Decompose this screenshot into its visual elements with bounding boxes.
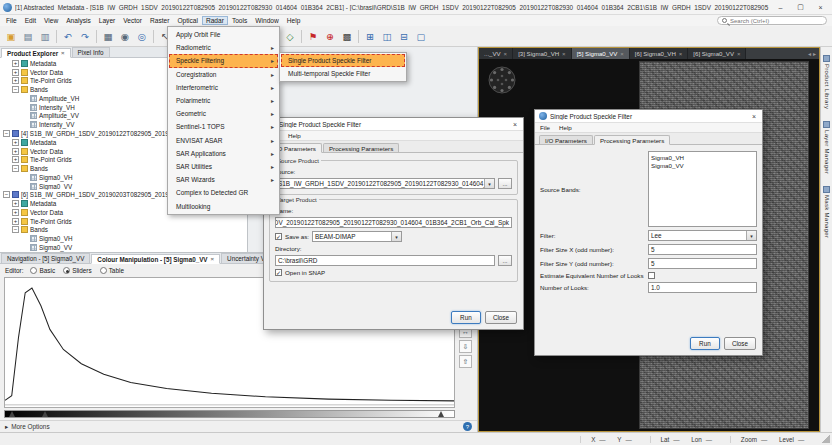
expander-icon[interactable]: + (12, 209, 19, 216)
close-icon[interactable]: × (511, 121, 519, 128)
tab-navigation-5-sigma0-vv[interactable]: Navigation - [5] Sigma0_VV (1, 253, 90, 263)
palette-slider-handle[interactable] (438, 411, 444, 417)
world-map-icon[interactable]: ◎ (134, 28, 150, 44)
menu-tools[interactable]: Tools (228, 16, 251, 25)
more-options-toggle[interactable]: More Options (11, 423, 49, 430)
resize-grip[interactable] (822, 435, 830, 443)
submenu-item-single-product-speckle-filter[interactable]: Single Product Speckle Filter (281, 54, 405, 67)
radar-menu-item-sar-wizards[interactable]: SAR Wizards▸ (169, 173, 278, 186)
tab-pixel-info[interactable]: Pixel Info (72, 47, 110, 57)
search-input[interactable] (730, 18, 822, 24)
radar-menu-item-sentinel-1-tops[interactable]: Sentinel-1 TOPS▸ (169, 120, 278, 133)
palette-slider-handle[interactable] (42, 411, 48, 417)
browse-source-button[interactable]: ... (498, 178, 512, 189)
range-finder-icon[interactable]: ▩ (339, 28, 355, 44)
expander-icon[interactable]: + (12, 200, 19, 207)
menu-view[interactable]: View (40, 16, 62, 25)
undo-icon[interactable]: ↶ (60, 28, 76, 44)
undock-window-icon[interactable]: ▢ (413, 28, 429, 44)
pixel-info-icon[interactable]: ◉ (117, 28, 133, 44)
editor-option-sliders[interactable]: Sliders (63, 267, 92, 274)
band-list-item-sigma0-vh[interactable]: Sigma0_VH (651, 153, 754, 161)
menu-vector[interactable]: Vector (119, 16, 146, 25)
gcp-tool-icon[interactable]: ⊕ (322, 28, 338, 44)
filter-combo[interactable]: Lee ▾ (648, 230, 757, 241)
radar-menu-item-multilooking[interactable]: Multilooking (169, 199, 278, 212)
close-tab-icon[interactable]: × (562, 51, 566, 57)
expander-icon[interactable]: − (12, 86, 19, 93)
dialog-title-bar[interactable]: Single Product Speckle Filter × (264, 118, 523, 131)
expander-icon[interactable]: + (12, 156, 19, 163)
tab-colour-manipulation-5-sigma0-vv[interactable]: Colour Manipulation - [5] Sigma0_VV× (91, 254, 220, 264)
tab-6-sigma0-vv[interactable]: [6] Sigma0_VV× (688, 48, 746, 59)
expander-icon[interactable]: + (12, 60, 19, 67)
export-product-icon[interactable]: ▥ (37, 28, 53, 44)
filter-size-x-field[interactable]: 5 (648, 244, 757, 255)
tile-horizontally-icon[interactable]: ◫ (379, 28, 395, 44)
menu-file[interactable]: File (540, 124, 550, 131)
tree-item-bands[interactable]: −Bands (0, 226, 247, 235)
tab-i-o-parameters[interactable]: I/O Parameters (539, 135, 593, 144)
tab-processing-parameters[interactable]: Processing Parameters (594, 135, 670, 145)
close-tab-icon[interactable]: × (211, 256, 215, 262)
import-palette-icon[interactable]: ⇩ (459, 340, 472, 353)
directory-field[interactable]: C:\brasil\GRD (275, 255, 495, 266)
save-product-icon[interactable]: ▤ (20, 28, 36, 44)
tree-item-tie-point-grids[interactable]: +Tie-Point Grids (0, 217, 247, 226)
minimize-button[interactable]: – (772, 1, 789, 13)
expander-icon[interactable]: + (12, 148, 19, 155)
radar-menu-item-sar-utilities[interactable]: SAR Utilities▸ (169, 160, 278, 173)
expander-icon[interactable]: + (12, 69, 19, 76)
dialog-title-bar[interactable]: Single Product Speckle Filter × (535, 110, 762, 123)
estimate-enl-checkbox[interactable] (648, 272, 655, 279)
run-button[interactable]: Run (451, 311, 481, 324)
radar-menu-item-speckle-filtering[interactable]: Speckle Filtering▸ (169, 54, 278, 67)
radar-menu-item-envisat-asar[interactable]: ENVISAT ASAR▸ (169, 134, 278, 147)
tab-6-sigma0-vh[interactable]: [6] Sigma0_VH× (630, 48, 689, 59)
expander-icon[interactable]: + (12, 77, 19, 84)
close-tab-icon[interactable]: × (737, 51, 741, 57)
radar-menu-item-complex-to-detected-gr[interactable]: Complex to Detected GR (169, 186, 278, 199)
close-tab-icon[interactable]: × (679, 51, 683, 57)
tab-vv[interactable]: ..._VV× (479, 48, 513, 59)
menu-edit[interactable]: Edit (21, 16, 40, 25)
product-explorer-icon[interactable]: ▦ (100, 28, 116, 44)
dock-item-mask-manager[interactable]: Mask Manager (823, 186, 830, 238)
tree-item-sigma0-vv[interactable]: Sigma0_VV (0, 243, 247, 252)
close-tab-icon[interactable]: × (504, 51, 508, 57)
radar-menu-item-radiometric[interactable]: Radiometric▸ (169, 41, 278, 54)
open-in-snap-checkbox[interactable]: ✓ (275, 269, 282, 276)
radar-menu-item-sar-applications[interactable]: SAR Applications▸ (169, 147, 278, 160)
run-button[interactable]: Run (690, 337, 720, 350)
close-tab-icon[interactable]: × (61, 50, 65, 56)
radar-menu-item-coregistration[interactable]: Coregistration▸ (169, 68, 278, 81)
dock-item-layer-manager[interactable]: Layer Manager (823, 121, 830, 174)
tab-3-sigma0-vh[interactable]: [3] Sigma0_VH× (513, 48, 572, 59)
menu-help[interactable]: Help (288, 132, 301, 139)
submenu-item-multi-temporal-speckle-filter[interactable]: Multi-temporal Speckle Filter (281, 67, 405, 80)
menu-radar[interactable]: Radar (202, 16, 228, 25)
close-button[interactable]: Close (724, 337, 756, 350)
menu-help[interactable]: Help (559, 124, 572, 131)
scroll-tabs-right-icon[interactable]: ▸ (813, 50, 816, 57)
close-button[interactable]: × (812, 1, 829, 13)
tile-evenly-icon[interactable]: ⊞ (362, 28, 378, 44)
help-icon[interactable]: ? (463, 422, 472, 431)
radar-menu-item-polarimetric[interactable]: Polarimetric▸ (169, 94, 278, 107)
palette-slider-bar[interactable] (4, 410, 455, 418)
polygon-tool-icon[interactable]: ◇ (282, 28, 298, 44)
scroll-tabs-left-icon[interactable]: ◂ (808, 50, 811, 57)
expander-icon[interactable]: − (12, 226, 19, 233)
menu-layer[interactable]: Layer (95, 16, 120, 25)
expander-icon[interactable]: − (3, 191, 10, 198)
tile-vertically-icon[interactable]: ⊟ (396, 28, 412, 44)
expander-icon[interactable]: + (12, 139, 19, 146)
target-name-field[interactable]: S1B_IW_GRDH_1SDV_20190122T082905_2019012… (275, 217, 512, 228)
expander-icon[interactable]: − (3, 130, 10, 137)
export-palette-icon[interactable]: ⇧ (459, 355, 472, 368)
close-tab-icon[interactable]: × (620, 51, 624, 57)
band-list-item-sigma0-vv[interactable]: Sigma0_VV (651, 161, 754, 169)
number-of-looks-field[interactable]: 1.0 (648, 282, 757, 293)
maximize-button[interactable]: ▢ (792, 1, 809, 13)
title-bar[interactable]: [1] Abstracted_Metadata - [S1B_IW_GRDH_1… (0, 0, 832, 15)
